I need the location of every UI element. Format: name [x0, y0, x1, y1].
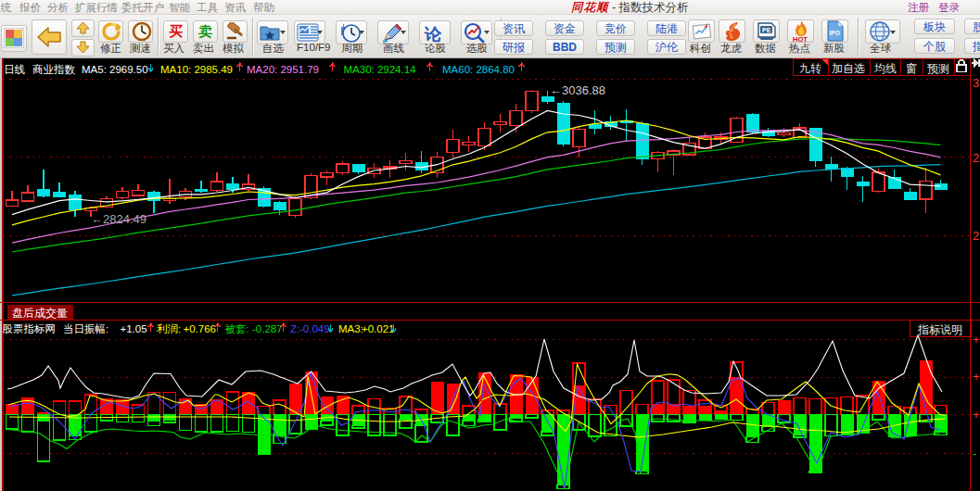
svg-text:商业指数: 商业指数	[32, 64, 76, 75]
svg-text:+: +	[973, 408, 980, 422]
svg-text:九转: 九转	[799, 62, 821, 75]
svg-text:股票指标网: 股票指标网	[3, 323, 57, 334]
svg-text:+: +	[973, 370, 980, 384]
svg-text:MA20: 2951.79: MA20: 2951.79	[247, 64, 319, 75]
svg-text:←2824.49: ←2824.49	[91, 212, 146, 226]
svg-text:日线: 日线	[4, 64, 26, 75]
svg-text:+0.766: +0.766	[184, 323, 217, 334]
svg-text:加自选: 加自选	[832, 62, 865, 75]
svg-text:当日振幅:: 当日振幅:	[63, 323, 108, 334]
svg-text:IPO: IPO	[830, 30, 840, 36]
svg-text:利润:: 利润:	[157, 323, 181, 334]
svg-text:均线: 均线	[873, 62, 897, 75]
svg-text:窗: 窗	[906, 62, 917, 75]
svg-text:+0.021: +0.021	[362, 323, 395, 334]
svg-text:-: -	[973, 447, 976, 460]
svg-text:MA60: 2864.80: MA60: 2864.80	[442, 64, 515, 75]
svg-text:盘后成交量: 盘后成交量	[12, 307, 68, 320]
svg-text:+: +	[973, 333, 980, 346]
svg-text:MA5: 2969.50: MA5: 2969.50	[82, 64, 148, 75]
svg-text:2: 2	[973, 151, 979, 165]
svg-text:预测: 预测	[927, 62, 949, 75]
svg-text:MA10: 2985.49: MA10: 2985.49	[160, 64, 233, 75]
svg-text:PE: PE	[762, 27, 771, 33]
svg-text:-0.049: -0.049	[299, 323, 330, 334]
svg-text:3: 3	[973, 76, 979, 90]
svg-text:Z:: Z:	[290, 323, 299, 334]
svg-text:被套:: 被套:	[225, 323, 249, 334]
svg-text:-0.287: -0.287	[252, 323, 283, 334]
svg-text:2: 2	[973, 229, 979, 243]
svg-text:MA30: 2924.14: MA30: 2924.14	[344, 64, 417, 75]
svg-text:MA3:: MA3:	[338, 323, 363, 334]
svg-text:指标说明: 指标说明	[917, 323, 962, 336]
svg-text:←3036.88: ←3036.88	[550, 83, 605, 97]
svg-text:+1.05: +1.05	[121, 323, 147, 334]
